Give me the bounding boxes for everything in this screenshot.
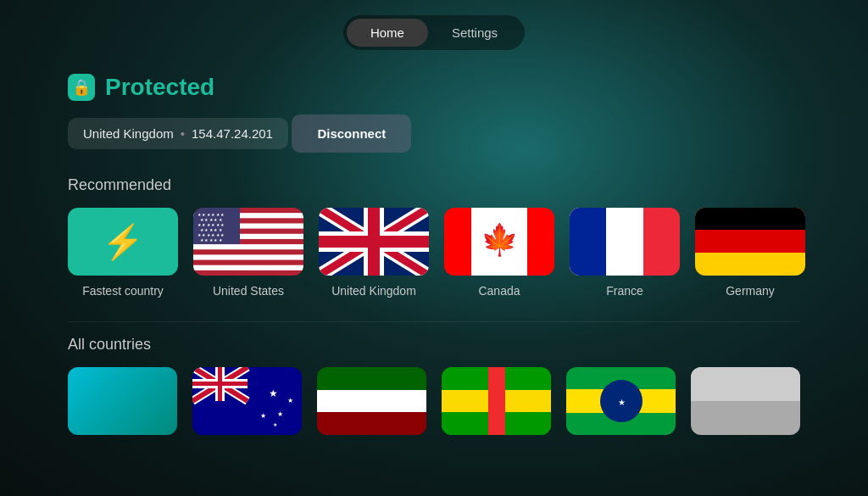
flag4-svg bbox=[442, 367, 551, 435]
svg-text:★: ★ bbox=[273, 422, 277, 427]
country-item-fastest[interactable]: ⚡ Fastest country bbox=[68, 208, 178, 298]
recommended-grid: ⚡ Fastest country bbox=[68, 208, 800, 298]
lightning-icon: ⚡ bbox=[102, 222, 144, 262]
svg-text:🍁: 🍁 bbox=[481, 221, 519, 258]
svg-rect-49 bbox=[317, 412, 426, 435]
svg-rect-22 bbox=[319, 236, 429, 248]
svg-rect-48 bbox=[317, 390, 426, 412]
flag3-svg bbox=[317, 367, 426, 435]
svg-text:★ ★ ★ ★ ★: ★ ★ ★ ★ ★ bbox=[200, 237, 223, 242]
fr-label: France bbox=[606, 284, 643, 298]
aus-flag-svg: ★ ★ ★ ★ ★ bbox=[192, 367, 302, 435]
country-item-uk[interactable]: United Kingdom bbox=[319, 208, 429, 298]
tab-home[interactable]: Home bbox=[347, 19, 428, 47]
connected-country: United Kingdom bbox=[83, 126, 174, 141]
bottom-flag-4[interactable]: ★ bbox=[566, 367, 676, 435]
flag5-svg: ★ bbox=[566, 367, 676, 435]
country-item-fr[interactable]: France bbox=[570, 208, 680, 298]
fastest-label: Fastest country bbox=[82, 284, 164, 298]
nav-tabs-container: Home Settings bbox=[343, 15, 525, 50]
svg-text:★: ★ bbox=[618, 398, 626, 407]
status-row: 🔒 Protected bbox=[68, 74, 800, 101]
svg-text:★: ★ bbox=[277, 410, 283, 418]
de-label: Germany bbox=[726, 284, 775, 298]
tab-settings[interactable]: Settings bbox=[428, 19, 521, 47]
us-flag: ★ ★ ★ ★ ★ ★ ★ ★ ★ ★ ★ ★ ★ ★ ★ ★ ★ ★ ★ ★ … bbox=[193, 208, 303, 276]
svg-text:★: ★ bbox=[260, 412, 266, 420]
svg-rect-31 bbox=[695, 208, 805, 230]
de-flag-svg bbox=[695, 208, 805, 276]
fr-flag-svg bbox=[570, 208, 680, 276]
fr-flag bbox=[570, 208, 680, 276]
flag6-svg bbox=[691, 367, 800, 435]
protected-title: Protected bbox=[105, 74, 214, 101]
uk-label: United Kingdom bbox=[331, 284, 416, 298]
svg-rect-47 bbox=[317, 367, 426, 390]
uk-flag bbox=[319, 208, 429, 276]
recommended-section: Recommended ⚡ Fastest country bbox=[68, 176, 800, 298]
connection-badge: United Kingdom • 154.47.24.201 bbox=[68, 118, 288, 149]
disconnect-button[interactable]: Disconnect bbox=[292, 114, 411, 153]
svg-rect-28 bbox=[570, 208, 606, 276]
svg-text:★: ★ bbox=[269, 387, 278, 399]
us-label: United States bbox=[213, 284, 284, 298]
ip-address: 154.47.24.201 bbox=[192, 126, 273, 141]
country-item-us[interactable]: ★ ★ ★ ★ ★ ★ ★ ★ ★ ★ ★ ★ ★ ★ ★ ★ ★ ★ ★ ★ … bbox=[193, 208, 303, 298]
all-countries-section: All countries ★ ★ bbox=[68, 321, 800, 435]
all-countries-grid: ★ ★ ★ ★ ★ bbox=[68, 367, 800, 435]
all-countries-title: All countries bbox=[68, 336, 800, 354]
svg-rect-5 bbox=[193, 254, 303, 259]
country-item-ca[interactable]: 🍁 Canada bbox=[444, 208, 554, 298]
main-content: 🔒 Protected United Kingdom • 154.47.24.2… bbox=[0, 50, 868, 435]
country-item-de[interactable]: Germany bbox=[695, 208, 805, 298]
ca-label: Canada bbox=[478, 284, 520, 298]
ca-flag-svg: 🍁 bbox=[444, 208, 554, 276]
svg-text:★: ★ bbox=[287, 397, 293, 404]
svg-rect-53 bbox=[488, 367, 505, 435]
lock-icon: 🔒 bbox=[68, 74, 95, 101]
uk-flag-svg bbox=[319, 208, 429, 276]
ca-flag: 🍁 bbox=[444, 208, 554, 276]
bottom-flag-5[interactable] bbox=[691, 367, 800, 435]
svg-rect-40 bbox=[192, 382, 248, 386]
fastest-flag: ⚡ bbox=[68, 208, 178, 276]
us-flag-svg: ★ ★ ★ ★ ★ ★ ★ ★ ★ ★ ★ ★ ★ ★ ★ ★ ★ ★ ★ ★ … bbox=[193, 208, 303, 276]
bottom-flag-0[interactable] bbox=[68, 367, 177, 435]
svg-rect-4 bbox=[193, 244, 303, 249]
de-flag bbox=[695, 208, 805, 276]
svg-rect-6 bbox=[193, 265, 303, 270]
separator: • bbox=[181, 126, 185, 141]
bottom-flag-3[interactable] bbox=[442, 367, 551, 435]
bottom-flag-1[interactable]: ★ ★ ★ ★ ★ bbox=[192, 367, 302, 435]
svg-rect-59 bbox=[691, 367, 800, 401]
bottom-flag-2[interactable] bbox=[317, 367, 426, 435]
recommended-title: Recommended bbox=[68, 176, 800, 194]
nav-bar: Home Settings bbox=[0, 0, 868, 50]
